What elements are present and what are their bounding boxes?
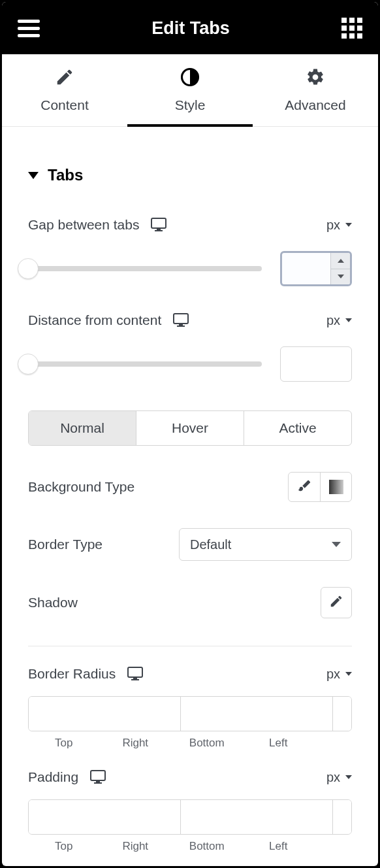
gap-input[interactable] — [282, 253, 330, 284]
label-bottom: Bottom — [171, 840, 243, 853]
menu-icon[interactable] — [18, 20, 40, 37]
spinner-up[interactable] — [331, 253, 350, 269]
padding-inputs — [28, 799, 352, 835]
background-classic-button[interactable] — [289, 473, 320, 501]
pencil-icon — [329, 594, 343, 612]
border-type-select[interactable]: Default — [179, 528, 352, 561]
pencil-icon — [55, 67, 74, 90]
border-radius-top[interactable] — [29, 697, 181, 731]
border-type-value: Default — [190, 537, 231, 552]
svg-rect-5 — [179, 324, 183, 326]
desktop-icon[interactable] — [127, 667, 143, 681]
padding-row: Padding px — [28, 769, 352, 785]
distance-number-input[interactable] — [280, 346, 352, 382]
panel-body: Tabs Gap between tabs px — [2, 127, 378, 866]
tab-style[interactable]: Style — [127, 54, 253, 126]
border-radius-row: Border Radius px — [28, 666, 352, 682]
gap-row: Gap between tabs px — [28, 217, 352, 233]
svg-rect-1 — [151, 218, 166, 228]
state-tab-normal[interactable]: Normal — [29, 411, 136, 445]
border-radius-unit-label: px — [326, 667, 340, 682]
shadow-label: Shadow — [28, 595, 78, 610]
padding-labels: Top Right Bottom Left — [28, 840, 352, 853]
shadow-edit-button[interactable] — [321, 587, 352, 618]
chevron-down-icon — [345, 318, 352, 322]
slider-thumb[interactable] — [18, 354, 39, 375]
label-right: Right — [100, 840, 172, 853]
padding-right[interactable] — [181, 800, 333, 834]
state-tabs: Normal Hover Active — [28, 410, 352, 446]
border-radius-inputs — [28, 696, 352, 731]
padding-unit-selector[interactable]: px — [326, 770, 352, 785]
label-left: Left — [243, 737, 315, 750]
background-type-row: Background Type — [28, 472, 352, 502]
number-spinner — [330, 253, 350, 284]
border-radius-bottom[interactable] — [333, 697, 352, 731]
border-radius-unit-selector[interactable]: px — [326, 667, 352, 682]
padding-label: Padding — [28, 769, 78, 785]
distance-label: Distance from content — [28, 312, 161, 328]
distance-row: Distance from content px — [28, 312, 352, 328]
svg-rect-11 — [96, 781, 100, 782]
svg-rect-2 — [157, 229, 161, 230]
tab-content-label: Content — [40, 97, 89, 113]
padding-top[interactable] — [29, 800, 181, 834]
spinner-down[interactable] — [331, 269, 350, 285]
distance-input[interactable] — [281, 347, 351, 381]
tab-style-label: Style — [175, 97, 206, 113]
svg-rect-7 — [128, 667, 142, 677]
editor-panel: Edit Tabs Content Style Advanced — [2, 2, 378, 866]
gap-label: Gap between tabs — [28, 217, 139, 233]
background-gradient-button[interactable] — [320, 473, 351, 501]
chevron-down-icon — [345, 775, 352, 779]
svg-rect-4 — [174, 314, 188, 324]
brush-icon — [297, 478, 311, 496]
distance-unit-selector[interactable]: px — [326, 313, 352, 328]
padding-unit-label: px — [326, 770, 340, 785]
contrast-icon — [180, 67, 200, 90]
padding-bottom[interactable] — [333, 800, 352, 834]
svg-rect-6 — [177, 326, 185, 327]
shadow-row: Shadow — [28, 587, 352, 618]
state-tab-hover-label: Hover — [172, 420, 208, 435]
apps-icon[interactable] — [341, 18, 362, 39]
state-tab-active[interactable]: Active — [244, 411, 351, 445]
header: Edit Tabs — [2, 2, 378, 54]
chevron-down-icon — [332, 542, 341, 547]
divider — [28, 646, 352, 646]
collapse-icon — [28, 172, 39, 179]
background-type-buttons — [288, 472, 352, 502]
svg-rect-3 — [155, 230, 163, 231]
chevron-down-icon — [345, 672, 352, 676]
svg-rect-8 — [133, 678, 137, 679]
gap-unit-selector[interactable]: px — [326, 218, 352, 233]
tab-content[interactable]: Content — [2, 54, 127, 126]
tab-advanced[interactable]: Advanced — [253, 54, 378, 126]
state-tab-hover[interactable]: Hover — [136, 411, 244, 445]
border-type-row: Border Type Default — [28, 528, 352, 561]
section-title: Tabs — [48, 166, 83, 184]
main-tabs: Content Style Advanced — [2, 54, 378, 127]
gear-icon — [306, 67, 325, 90]
tab-advanced-label: Advanced — [285, 97, 345, 113]
distance-slider[interactable] — [28, 354, 262, 375]
background-type-label: Background Type — [28, 479, 135, 495]
label-left: Left — [243, 840, 315, 853]
distance-slider-row — [28, 346, 352, 382]
state-tab-active-label: Active — [279, 420, 316, 435]
border-type-label: Border Type — [28, 537, 103, 552]
gradient-icon — [329, 480, 343, 494]
gap-slider-row — [28, 251, 352, 286]
slider-thumb[interactable] — [18, 258, 39, 279]
desktop-icon[interactable] — [90, 770, 106, 784]
desktop-icon[interactable] — [173, 313, 189, 327]
section-header-tabs[interactable]: Tabs — [28, 127, 352, 184]
svg-rect-10 — [91, 771, 105, 780]
gap-slider[interactable] — [28, 258, 262, 279]
desktop-icon[interactable] — [151, 218, 166, 232]
border-radius-right[interactable] — [181, 697, 333, 731]
gap-number-input[interactable] — [280, 251, 352, 286]
label-top: Top — [28, 737, 100, 750]
label-bottom: Bottom — [171, 737, 243, 750]
border-radius-label: Border Radius — [28, 666, 116, 682]
